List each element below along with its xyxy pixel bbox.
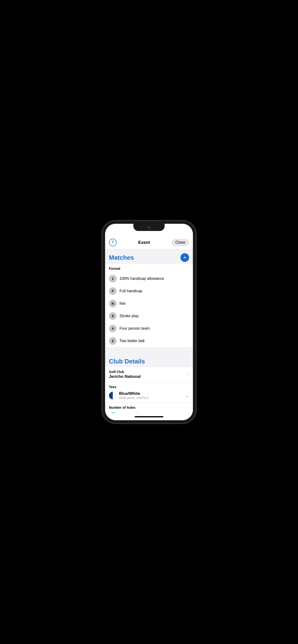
holes-label: Number of holes [109, 406, 189, 410]
tees-row[interactable]: Blue/White 6400 yards, 132/70.6 ⌄ [109, 391, 189, 400]
club-details-title: Club Details [109, 358, 145, 365]
phone-frame: ? Event Close Matches + Format [102, 221, 196, 423]
club-details-section-header: Club Details [105, 354, 193, 367]
close-button[interactable]: Close [172, 239, 189, 246]
format-items-wrapper: 1 100% handicap allowance F Full handica… [105, 272, 193, 347]
format-item-F[interactable]: F Full handicap [105, 285, 193, 297]
format-badge-2: 2 [109, 337, 117, 345]
tees-left: Blue/White 6400 yards, 132/70.6 [109, 391, 148, 400]
format-item-4[interactable]: 4 Four person team [105, 322, 193, 335]
help-icon: ? [112, 240, 114, 244]
holes-section: Number of holes 18 holes 9 holes [105, 403, 193, 413]
format-text-1: 100% handicap allowance [119, 276, 189, 281]
matches-title: Matches [109, 254, 134, 262]
golf-club-row[interactable]: Golf Club Jericho National › [105, 367, 193, 382]
tee-name: Blue/White [119, 391, 148, 396]
nav-title: Event [138, 240, 150, 245]
tees-info: Blue/White 6400 yards, 132/70.6 [119, 391, 148, 400]
format-badge-F: F [109, 287, 117, 295]
format-label: Format [105, 264, 193, 272]
help-button[interactable]: ? [109, 238, 117, 246]
add-match-button[interactable]: + [181, 253, 189, 262]
notch [133, 224, 165, 231]
format-badge-S: S [109, 312, 117, 320]
tees-chevron-down-icon[interactable]: ⌄ [185, 393, 189, 398]
tee-color-icon [109, 392, 117, 400]
home-bar [135, 416, 163, 417]
format-badge-N: N [109, 300, 117, 308]
matches-card: Format 1 100% handicap allowance [105, 264, 193, 347]
golf-club-chevron-icon: › [188, 372, 189, 377]
format-item-1[interactable]: 1 100% handicap allowance [105, 272, 193, 285]
format-badge-4: 4 [109, 325, 117, 332]
format-text-4: Four person team [119, 326, 189, 330]
nav-bar: ? Event Close [105, 236, 193, 250]
format-text-2: Two better ball [119, 339, 189, 343]
golf-club-value: Jericho National [109, 374, 140, 379]
tees-label: Tees [109, 385, 189, 389]
format-item-2[interactable]: 2 Two better ball [105, 335, 193, 347]
home-indicator [105, 413, 193, 420]
format-chevron-icon: › [188, 301, 189, 306]
golf-club-content: Golf Club Jericho National [109, 370, 140, 379]
phone-screen: ? Event Close Matches + Format [105, 224, 193, 420]
section-gap-1 [105, 347, 193, 354]
scroll-content[interactable]: Matches + Format 1 100% [105, 250, 193, 413]
add-match-icon: + [183, 254, 186, 261]
format-list: 1 100% handicap allowance F Full handica… [105, 272, 193, 347]
golf-club-label: Golf Club [109, 370, 140, 374]
tee-sub: 6400 yards, 132/70.6 [119, 396, 148, 400]
format-text-N: Net [119, 302, 185, 306]
format-item-N[interactable]: N Net › [105, 297, 193, 310]
format-item-S[interactable]: S Stroke play [105, 310, 193, 322]
format-text-F: Full handicap [119, 289, 189, 293]
tees-section: Tees Blue/White 6400 yards, 132/70.6 [105, 382, 193, 403]
matches-section-header: Matches + [105, 250, 193, 264]
format-badge-1: 1 [109, 275, 117, 282]
camera-icon [147, 226, 151, 229]
format-text-S: Stroke play [119, 314, 189, 318]
